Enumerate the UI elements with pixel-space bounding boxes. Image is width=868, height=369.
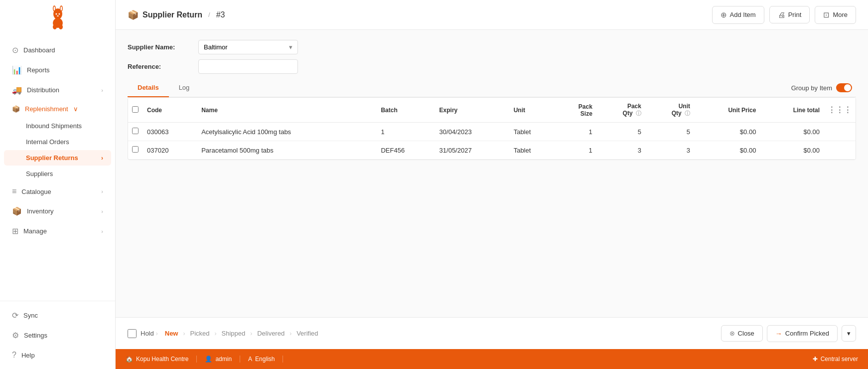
- breadcrumb-separator: /: [208, 11, 210, 18]
- unit-header: Unit: [510, 98, 556, 123]
- sidebar-item-help[interactable]: ? Help: [4, 346, 111, 365]
- row-1-actions: [824, 123, 856, 141]
- name-header: Name: [197, 98, 377, 123]
- reports-icon: 📊: [12, 65, 22, 75]
- plus-icon: ⊕: [721, 10, 727, 19]
- pack-qty-header: PackQty ⓘ: [596, 98, 645, 123]
- group-by-label: Group by Item: [791, 84, 832, 92]
- row-1-name: Acetylsalicylic Acid 100mg tabs: [197, 123, 377, 141]
- more-button[interactable]: ⊡ More: [815, 6, 856, 24]
- footer-org: 🏠 Kopu Health Centre: [126, 356, 197, 363]
- add-item-button[interactable]: ⊕ Add Item: [712, 6, 764, 24]
- user-icon: 👤: [205, 356, 212, 363]
- sidebar-item-replenishment[interactable]: 📦 Replenishment ∨: [4, 100, 111, 118]
- row-1-pack-qty: 5: [596, 123, 645, 141]
- confirm-dropdown-button[interactable]: ▾: [842, 325, 856, 342]
- tab-log-label: Log: [179, 84, 190, 91]
- svg-point-6: [60, 6, 62, 10]
- row-1-line-total: $0.00: [760, 123, 824, 141]
- dropdown-chevron-icon: ▾: [289, 43, 292, 51]
- supplier-name-value: Baltimor: [204, 43, 228, 51]
- more-icon: ⊡: [823, 10, 830, 19]
- footer-user: 👤 admin: [197, 356, 240, 363]
- row-1-unit-price: $0.00: [694, 123, 760, 141]
- sidebar-item-supplier-returns[interactable]: Supplier Returns ›: [4, 150, 111, 166]
- more-label: More: [833, 11, 848, 18]
- row-1-expiry: 30/04/2023: [435, 123, 510, 141]
- sidebar-item-catalogue[interactable]: ≡ Catalogue ›: [4, 182, 111, 201]
- sidebar-item-label: Distribution: [27, 86, 59, 94]
- column-settings-icon[interactable]: ⋮⋮⋮: [828, 106, 852, 114]
- row-2-code: 037020: [143, 141, 197, 160]
- row-2-unit-qty: 3: [645, 141, 694, 160]
- confirm-picked-button[interactable]: → Confirm Picked: [767, 325, 838, 342]
- sidebar-item-suppliers[interactable]: Suppliers: [4, 166, 111, 182]
- row-2-expiry: 31/05/2027: [435, 141, 510, 160]
- org-icon: 🏠: [126, 356, 133, 363]
- settings-icon: ⚙: [12, 331, 19, 340]
- delivered-label: Delivered: [257, 330, 285, 337]
- sidebar-item-label: Reports: [27, 66, 50, 74]
- arrow-right-icon: →: [775, 330, 782, 338]
- tab-log[interactable]: Log: [169, 79, 200, 97]
- row-1-pack-size: 1: [556, 123, 596, 141]
- row-1-checkbox[interactable]: [132, 128, 139, 134]
- select-all-checkbox[interactable]: [132, 106, 139, 113]
- status-steps: Hold › New › Picked › Shipped › Delivere…: [128, 327, 721, 340]
- print-button[interactable]: 🖨 Print: [769, 6, 810, 23]
- supplier-return-icon: 📦: [128, 9, 139, 20]
- help-icon: ?: [12, 351, 16, 360]
- verified-label: Verified: [296, 330, 318, 337]
- unit-qty-info-icon: ⓘ: [685, 110, 690, 116]
- items-table-container: Code Name Batch Expiry Unit: [128, 97, 856, 160]
- hold-checkbox[interactable]: [128, 329, 137, 338]
- shipped-label: Shipped: [222, 330, 246, 337]
- page-content: Supplier Name: Baltimor ▾ Reference: Det…: [116, 30, 868, 317]
- sidebar-item-label: Catalogue: [21, 188, 51, 195]
- row-1-batch: 1: [377, 123, 435, 141]
- reference-input[interactable]: [198, 59, 298, 74]
- row-2-checkbox[interactable]: [132, 146, 139, 153]
- sidebar-item-distribution[interactable]: 🚚 Distribution ›: [4, 80, 111, 100]
- inventory-icon: 📦: [12, 206, 22, 216]
- group-by-switch[interactable]: [836, 83, 852, 92]
- replenishment-icon: 📦: [12, 105, 20, 113]
- org-name: Kopu Health Centre: [136, 356, 188, 363]
- step-picked: Picked: [185, 327, 214, 340]
- close-circle-icon: ⊗: [729, 330, 735, 337]
- sidebar-item-sync[interactable]: ⟳ Sync: [4, 306, 111, 325]
- tab-details[interactable]: Details: [128, 79, 169, 97]
- username: admin: [215, 356, 232, 363]
- sidebar-item-settings[interactable]: ⚙ Settings: [4, 326, 111, 345]
- row-1-unit-qty: 5: [645, 123, 694, 141]
- sidebar-item-label: Manage: [23, 227, 47, 235]
- sidebar-sub-item-label: Supplier Returns: [26, 154, 78, 162]
- footer: 🏠 Kopu Health Centre 👤 admin A English ✚…: [116, 349, 868, 369]
- sidebar-item-reports[interactable]: 📊 Reports: [4, 60, 111, 80]
- server-name: Central server: [821, 356, 858, 363]
- sidebar-sub-item-label: Inbound Shipments: [26, 122, 82, 130]
- manage-icon: ⊞: [12, 226, 18, 236]
- supplier-name-select[interactable]: Baltimor ▾: [198, 40, 298, 54]
- tabs-row: Details Log Group by Item: [128, 79, 856, 97]
- sidebar-item-inbound-shipments[interactable]: Inbound Shipments: [4, 118, 111, 134]
- footer-server: ✚ Central server: [813, 356, 858, 363]
- picked-label: Picked: [190, 330, 209, 337]
- close-button[interactable]: ⊗ Close: [721, 325, 763, 342]
- close-label: Close: [738, 330, 754, 337]
- svg-point-8: [58, 13, 60, 15]
- catalogue-icon: ≡: [12, 187, 16, 196]
- status-bar: Hold › New › Picked › Shipped › Delivere…: [116, 317, 868, 349]
- row-1-code: 030063: [143, 123, 197, 141]
- svg-point-11: [59, 24, 63, 29]
- sidebar-item-internal-orders[interactable]: Internal Orders: [4, 134, 111, 150]
- sidebar-item-inventory[interactable]: 📦 Inventory ›: [4, 201, 111, 221]
- step-chevron-icon: ›: [156, 330, 158, 337]
- confirm-picked-label: Confirm Picked: [785, 330, 829, 337]
- sidebar: ⊙ Dashboard 📊 Reports 🚚 Distribution › 📦…: [0, 0, 116, 369]
- batch-header: Batch: [377, 98, 435, 123]
- sidebar-item-dashboard[interactable]: ⊙ Dashboard: [4, 40, 111, 60]
- pack-size-header: PackSize: [556, 98, 596, 123]
- svg-point-9: [57, 15, 59, 16]
- sidebar-item-manage[interactable]: ⊞ Manage ›: [4, 221, 111, 241]
